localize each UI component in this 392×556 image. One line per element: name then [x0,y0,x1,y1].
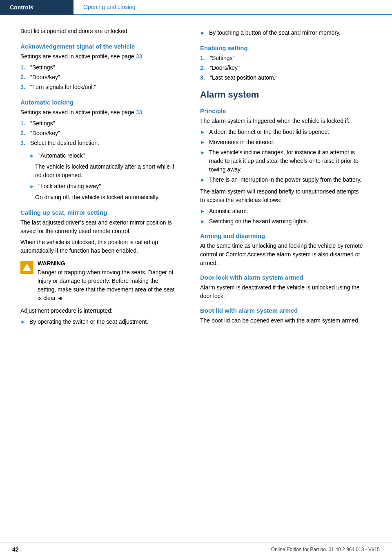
step-num: 1. [200,54,208,62]
step-text: Select the desired function: [30,139,99,147]
adjustment-item-1: ► By operating the switch or the seat ad… [20,318,176,326]
sub-item-lock-after-driving: ► "Lock after driving away" [29,182,176,191]
principle-item-3: ► The vehicle’s incline changes, for ins… [200,148,363,174]
step-num: 3. [20,139,29,147]
principle-item-text: Movements in the interior. [209,138,274,147]
automatic-locking-heading: Automatic locking [20,99,176,106]
boot-lid-heading: Boot lid with alarm system armed [200,307,363,314]
adjustment-text: Adjustment procedure is interrupted: [20,307,176,315]
arming-heading: Arming and disarming [200,232,363,239]
arrow-icon: ► [20,318,28,326]
adjustment-items: ► By operating the switch or the seat ad… [20,318,176,326]
acknowledgement-section: Acknowledgement signal of the vehicle Se… [20,43,176,91]
respond-item-text: Switching on the hazard warning lights. [209,217,308,226]
acknowledgement-step-2: 2. "Doors/key" [20,73,176,82]
step-text: "Doors/key" [30,129,60,138]
main-content: Boot lid is opened and doors are unlocke… [0,15,392,338]
sub-item-label: "Lock after driving away" [38,182,101,191]
auto-lock-step-3: 3. Select the desired function: [20,139,176,147]
arrow-icon: ► [200,138,207,147]
sub-item-auto-relock: ► "Automatic relock" [29,151,176,160]
right-adjustment-items: ► By touching a button of the seat and m… [200,29,363,37]
warning-text: Danger of trapping when moving the seats… [38,268,176,302]
step-num: 2. [20,129,29,138]
calling-up-seat-heading: Calling up seat, mirror setting [20,209,176,216]
step-num: 1. [20,119,29,128]
respond-item-1: ► Acoustic alarm. [200,207,363,216]
step-num: 3. [20,83,29,91]
auto-lock-step-2: 2. "Doors/key" [20,129,176,138]
enabling-step-2: 2. "Doors/key" [200,64,363,72]
enabling-setting-section: Enabling setting 1. "Settings" 2. "Doors… [200,44,363,82]
warning-triangle-icon [22,263,31,272]
calling-up-seat-heading-text: Calling up seat, mirror setting [20,209,107,216]
right-adjustment-item-text: By touching a button of the seat and mir… [209,29,341,37]
right-column: ► By touching a button of the seat and m… [188,27,376,329]
page-header: Controls Opening and closing [0,0,392,15]
header-section-tab: Opening and closing [74,0,392,15]
step-text: "Doors/key" [30,73,60,82]
page-number: 42 [12,546,19,553]
respond-item-2: ► Switching on the hazard warning lights… [200,217,363,226]
arrow-icon: ► [200,29,207,37]
step-num: 2. [200,64,208,72]
principle-item-4: ► There is an interruption in the power … [200,176,363,184]
controls-label: Controls [10,4,33,11]
right-adjustment-item-1: ► By touching a button of the seat and m… [200,29,363,37]
arrow-icon: ► [200,149,207,157]
principle-heading: Principle [200,107,363,114]
step-num: 2. [20,73,29,82]
auto-lock-step-1: 1. "Settings" [20,119,176,128]
arrow-icon: ► [29,182,37,191]
section-label: Opening and closing [83,4,136,10]
step-num: 1. [20,63,29,72]
acknowledgement-body: Settings are saved in active profile, se… [20,52,176,61]
page-footer: 42 Online Edition for Part no. 01 40 2 9… [0,543,392,556]
left-column: Boot lid is opened and doors are unlocke… [0,27,188,329]
arrow-icon: ► [200,176,207,184]
alarm-system-section: Alarm system Principle The alarm system … [200,89,363,325]
step-text: "Doors/key" [210,64,240,72]
acknowledgement-step-3: 3. "Turn signals for lock/unl." [20,83,176,91]
header-controls-tab: Controls [0,0,74,15]
step-text: "Settings" [30,119,55,128]
sub-item-label: "Automatic relock" [38,151,85,160]
acknowledgement-heading-text: Acknowledgement signal of the vehicle [20,43,135,50]
intro-text: Boot lid is opened and doors are unlocke… [20,27,176,36]
arrow-icon: ► [29,152,37,160]
boot-lid-text: The boot lid can be opened even with the… [200,316,363,325]
acknowledgement-heading: Acknowledgement signal of the vehicle [20,43,176,50]
respond-items: ► Acoustic alarm. ► Switching on the haz… [200,207,363,226]
lock-after-driving-description: On driving off, the vehicle is locked au… [35,193,176,202]
lock-after-driving-items: ► "Lock after driving away" [29,182,176,191]
respond-text: The alarm system will respond briefly to… [200,187,363,205]
calling-up-seat-section: Calling up seat, mirror setting The last… [20,209,176,326]
automatic-locking-section: Automatic locking Settings are saved in … [20,99,176,202]
step-text: "Settings" [30,63,55,72]
arrow-icon: ► [200,207,207,216]
arrow-icon: ► [200,218,207,226]
acknowledgement-page-link[interactable]: 33 [136,53,143,60]
enabling-setting-heading-text: Enabling setting [200,44,248,51]
adjustment-item-text: By operating the switch or the seat adju… [29,318,148,326]
principle-item-text: There is an interruption in the power su… [209,176,361,184]
step-text: "Last seat position autom." [210,73,278,82]
principle-items: ► A door, the bonnet or the the boot lid… [200,128,363,184]
alarm-system-heading: Alarm system [200,89,363,100]
auto-relock-items: ► "Automatic relock" [29,151,176,160]
warning-content: WARNING Danger of trapping when moving t… [38,260,176,302]
principle-item-text: The vehicle’s incline changes, for insta… [209,148,363,174]
footer-info: Online Edition for Part no. 01 40 2 964 … [271,547,380,552]
enabling-step-3: 3. "Last seat position autom." [200,73,363,82]
respond-item-text: Acoustic alarm. [209,207,248,216]
enabling-step-1: 1. "Settings" [200,54,363,62]
door-lock-text: Alarm system is deactivated if the vehic… [200,283,363,300]
principle-item-text: A door, the bonnet or the the boot lid i… [209,128,329,136]
calling-up-seat-body2: When the vehicle is unlocked, this posit… [20,238,176,255]
warning-title: WARNING [38,260,176,267]
step-num: 3. [200,73,208,82]
arming-text: At the same time as unlocking and lockin… [200,242,363,267]
warning-icon [20,261,33,274]
auto-lock-page-link[interactable]: 33 [136,109,143,116]
step-text: "Settings" [210,54,235,62]
